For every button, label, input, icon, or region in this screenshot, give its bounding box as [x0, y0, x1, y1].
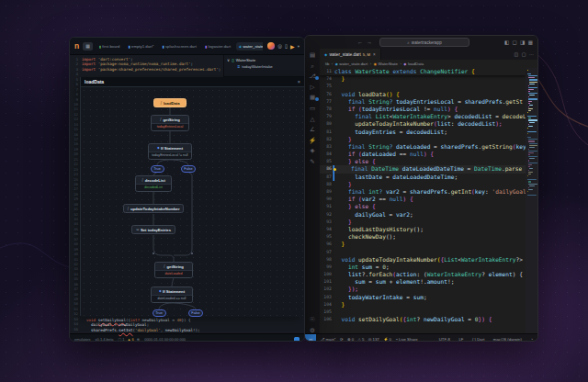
- code-token: 'dailyGoal: [492, 188, 526, 195]
- code-token: int: [348, 264, 358, 270]
- status-item-5[interactable]: △5: [358, 337, 365, 342]
- minimap-line: [529, 147, 535, 148]
- layout-toggle-icon-1[interactable]: ▢: [512, 39, 516, 45]
- status-accent-chip[interactable]: [294, 337, 300, 343]
- search-icon[interactable]: ⌕: [308, 62, 317, 69]
- ide-tab-water-state-dart[interactable]: ◈water_state.dart: [236, 42, 264, 51]
- breadcrumb-label: WaterState: [379, 62, 398, 66]
- code-editor[interactable]: 11class WaterState extends ChangeNotifie…: [320, 68, 537, 333]
- thunder-client-icon[interactable]: ⚡: [308, 137, 317, 143]
- status-count-icon: ▢: [119, 337, 122, 342]
- ide-tab-splashscreen-dart[interactable]: ▮splashscreen.dart: [159, 42, 200, 51]
- ide-tab-logwater-dart[interactable]: ▮logwater.dart: [201, 42, 233, 51]
- noma-logo: n: [74, 41, 79, 51]
- status-item--[interactable]: ◔: [530, 337, 533, 342]
- status-item-main-[interactable]: ⎇main*: [321, 337, 336, 342]
- flowchart-canvas[interactable]: ƒloadDataƒgetStringtodayEntriesLocal◆If …: [81, 87, 304, 317]
- status-count-icon: ▲: [128, 337, 131, 342]
- breadcrumb[interactable]: lib›◈water_state.dart›◉WaterState›◆loadD…: [320, 60, 537, 68]
- status-icon: ⟳: [340, 337, 344, 342]
- structure-item-todayWaterIntake[interactable]: ≣todayWaterIntake: [227, 63, 301, 70]
- avatar[interactable]: [267, 42, 275, 50]
- status-item-0[interactable]: ⊗0: [347, 337, 354, 342]
- remote-indicator[interactable]: ><: [305, 334, 316, 342]
- status-item--[interactable]: ⟳: [340, 337, 344, 342]
- measure-tool-icon[interactable]: ∠: [308, 126, 317, 132]
- line-number: 77: [320, 98, 334, 106]
- lightbulb-icon[interactable]: [334, 168, 336, 171]
- layout-toggle-icon-3[interactable]: ▦: [528, 39, 533, 45]
- line-number: 11: [320, 68, 334, 75]
- code-token: [334, 106, 348, 112]
- breadcrumb-item-lib[interactable]: lib: [325, 62, 329, 66]
- status-item-utf-8[interactable]: UTF-8: [439, 337, 450, 342]
- remote-explorer-icon[interactable]: ▭: [308, 105, 317, 111]
- menu-button[interactable]: ▦: [83, 42, 93, 51]
- code-token: [334, 174, 355, 180]
- run-button[interactable]: ▶: [290, 43, 295, 50]
- breadcrumb-item-loadData[interactable]: ◆loadData: [403, 62, 424, 66]
- code-token: getInt: [451, 188, 471, 195]
- minimap-line: [527, 73, 531, 74]
- forward-icon[interactable]: →: [367, 39, 372, 45]
- command-center-search[interactable]: ⌕ watertrackerapp: [379, 38, 469, 48]
- status-item-137[interactable]: ◎137: [368, 337, 379, 342]
- settings-icon[interactable]: ◎: [277, 43, 282, 49]
- minimap-line: [528, 108, 533, 109]
- testing-icon[interactable]: △: [308, 116, 317, 122]
- minimap-line: [528, 126, 533, 127]
- extensions-icon[interactable]: ▦: [308, 94, 317, 100]
- accounts-icon[interactable]: ☉: [308, 316, 317, 322]
- breadcrumb-item-water-state-dart[interactable]: ◈water_state.dart: [335, 62, 368, 66]
- toggle-layout-icon[interactable]: ▢: [522, 51, 526, 57]
- flow-overlay-panel: loadData ×: [80, 77, 304, 316]
- code-token: dateLoaded: [362, 151, 396, 157]
- more-actions-icon[interactable]: ⋯: [529, 51, 534, 57]
- run-debug-icon[interactable]: ▷: [308, 84, 317, 90]
- close-tab-icon[interactable]: ×: [373, 52, 376, 57]
- ide-tab-empty1-dart-[interactable]: ▮empty1.dart*: [125, 42, 157, 51]
- ide-tab-first-board[interactable]: ▮first.board: [96, 42, 123, 51]
- flow-node-if-statement[interactable]: ◆If StatementdateLoaded == null: [151, 286, 193, 303]
- code-text: } else {: [334, 203, 376, 210]
- chevron-down-icon[interactable]: ▾: [298, 44, 300, 49]
- code-token: !);: [193, 328, 200, 332]
- source-control-icon[interactable]: ⎇: [308, 73, 317, 79]
- flow-node-loaddata[interactable]: ƒloadData: [153, 98, 187, 107]
- azure-icon[interactable]: ◈: [308, 147, 317, 153]
- flow-node-getstring[interactable]: ƒgetStringdateLoaded: [154, 262, 193, 278]
- code-token: todayEntriesLocal: [362, 106, 420, 112]
- status-count: ▢1: [119, 337, 125, 342]
- minimap-line: [527, 179, 537, 180]
- minimap-line: [529, 82, 537, 83]
- status-item-macos-darwin-[interactable]: macOS (darwin): [493, 337, 522, 342]
- code-token: DateTime: [474, 165, 502, 172]
- breadcrumb-item-WaterState[interactable]: ◉WaterState: [374, 62, 398, 66]
- status-item--dart[interactable]: { } Dart: [472, 337, 484, 342]
- tab-water-state-dart[interactable]: ◈ water_state.dart 5, M ×: [320, 49, 381, 60]
- status-item-0[interactable]: ⚡0: [383, 337, 391, 342]
- layout-toggle-icon-2[interactable]: ◨: [520, 39, 525, 45]
- flow-node-if-statement[interactable]: ◆If StatementtodayEntriesLocal != null: [148, 143, 192, 160]
- code-token: }) {: [181, 318, 190, 322]
- layout-toggle-icon-0[interactable]: ◧: [504, 39, 509, 45]
- flow-node-updatetodayintakenumber[interactable]: ƒupdateTodayIntakeNumber: [123, 204, 184, 213]
- structure-item-WaterState[interactable]: ∨{}WaterState: [227, 57, 301, 63]
- device-icon[interactable]: ▯: [285, 43, 288, 49]
- status-item-live-share[interactable]: ⌁Live Share: [395, 337, 417, 342]
- minimap-line: [528, 187, 529, 188]
- close-icon[interactable]: ×: [298, 79, 300, 84]
- explorer-icon[interactable]: ▤: [308, 51, 317, 58]
- flow-node-decodelist[interactable]: ƒdecodeListdecodedList: [135, 175, 172, 192]
- status-item-lf[interactable]: LF: [458, 337, 463, 342]
- flow-node-set-todayentries[interactable]: ≔Set todayEntries: [131, 225, 175, 234]
- flow-node-getstring[interactable]: ƒgetStringtodayEntriesLocal: [151, 115, 189, 131]
- ide-editor[interactable]: 1234567891011121314151617181920212223242…: [70, 55, 304, 333]
- edit-session-icon[interactable]: ✎: [308, 158, 317, 164]
- split-editor-icon[interactable]: ◫: [514, 51, 519, 57]
- minimap-line: [528, 119, 537, 120]
- settings-icon[interactable]: ⚙: [308, 327, 317, 333]
- flow-edge-label-false: False: [181, 165, 196, 173]
- back-icon[interactable]: ←: [357, 39, 363, 45]
- minimap[interactable]: [526, 68, 537, 333]
